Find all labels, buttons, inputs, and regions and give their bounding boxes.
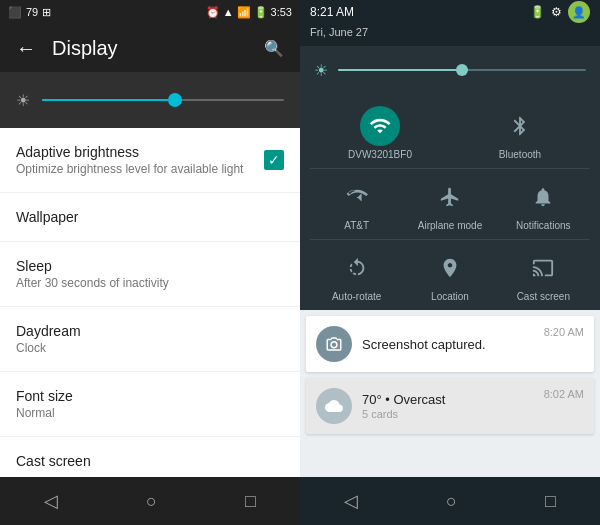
brightness-thumb-right bbox=[456, 64, 468, 76]
sun-icon: ☀ bbox=[16, 91, 30, 110]
screenshot-notif-content: Screenshot captured. bbox=[362, 337, 534, 352]
weather-notif-time: 8:02 AM bbox=[544, 388, 584, 400]
att-label: AT&T bbox=[344, 220, 369, 231]
brightness-thumb bbox=[168, 93, 182, 107]
avatar[interactable]: 👤 bbox=[568, 1, 590, 23]
nav-recent-left[interactable]: □ bbox=[245, 491, 256, 512]
bluetooth-label: Bluetooth bbox=[499, 149, 541, 160]
nav-back-left[interactable]: ◁ bbox=[44, 490, 58, 512]
time-right: 8:21 AM bbox=[310, 5, 354, 19]
adaptive-brightness-checkbox[interactable]: ✓ bbox=[264, 150, 284, 170]
screenshot-notif-time: 8:20 AM bbox=[544, 326, 584, 338]
avatar-image: 👤 bbox=[572, 6, 586, 19]
date-row: Fri, June 27 bbox=[300, 24, 600, 46]
wifi-icon-status: ▲ bbox=[223, 6, 234, 18]
back-button[interactable]: ← bbox=[16, 37, 36, 60]
screenshot-icon bbox=[316, 326, 352, 362]
toggle-row-2: AT&T Airplane mode Notifications bbox=[300, 173, 600, 235]
brightness-control-left: ☀ bbox=[0, 72, 300, 128]
location-label: Location bbox=[431, 291, 469, 302]
bluetooth-toggle-icon bbox=[500, 106, 540, 146]
sun-icon-right: ☀ bbox=[314, 61, 328, 80]
toggle-cast[interactable]: Cast screen bbox=[508, 248, 578, 302]
brightness-fill bbox=[42, 99, 175, 101]
notifications-toggle-icon bbox=[523, 177, 563, 217]
toggle-airplane[interactable]: Airplane mode bbox=[415, 177, 485, 231]
sleep-subtitle: After 30 seconds of inactivity bbox=[16, 276, 169, 290]
search-button[interactable]: 🔍 bbox=[264, 39, 284, 58]
notif-card-weather[interactable]: 70° • Overcast 5 cards 8:02 AM bbox=[306, 378, 594, 434]
toggle-row-1: DVW3201BF0 Bluetooth bbox=[300, 102, 600, 164]
toggle-location[interactable]: Location bbox=[415, 248, 485, 302]
toggle-wifi[interactable]: DVW3201BF0 bbox=[345, 106, 415, 160]
settings-item-sleep[interactable]: Sleep After 30 seconds of inactivity bbox=[0, 242, 300, 307]
app-icon: ⬛ bbox=[8, 6, 22, 19]
autorotate-label: Auto-rotate bbox=[332, 291, 381, 302]
brightness-slider-right[interactable] bbox=[338, 69, 586, 71]
nav-recent-right[interactable]: □ bbox=[545, 491, 556, 512]
settings-item-wallpaper[interactable]: Wallpaper bbox=[0, 193, 300, 242]
divider-1 bbox=[310, 168, 590, 169]
adaptive-brightness-subtitle: Optimize brightness level for available … bbox=[16, 162, 243, 176]
gear-icon[interactable]: ⚙ bbox=[551, 5, 562, 19]
alarm-icon: ⏰ bbox=[206, 6, 220, 19]
page-title: Display bbox=[52, 37, 248, 60]
battery-icon-status: 🔋 bbox=[254, 6, 268, 19]
adaptive-brightness-title: Adaptive brightness bbox=[16, 144, 243, 160]
battery-icon-right: 🔋 bbox=[530, 5, 545, 19]
font-size-subtitle: Normal bbox=[16, 406, 73, 420]
nav-bar-left: ◁ ○ □ bbox=[0, 477, 300, 525]
toggle-bluetooth[interactable]: Bluetooth bbox=[485, 106, 555, 160]
airplane-label: Airplane mode bbox=[418, 220, 482, 231]
notifications-label: Notifications bbox=[516, 220, 570, 231]
toolbar-left: ← Display 🔍 bbox=[0, 24, 300, 72]
notifications-area: Screenshot captured. 8:20 AM 70° • Overc… bbox=[300, 310, 600, 477]
settings-item-font-size[interactable]: Font size Normal bbox=[0, 372, 300, 437]
sleep-title: Sleep bbox=[16, 258, 169, 274]
divider-2 bbox=[310, 239, 590, 240]
wallpaper-title: Wallpaper bbox=[16, 209, 79, 225]
autorotate-toggle-icon bbox=[337, 248, 377, 288]
settings-list: Adaptive brightness Optimize brightness … bbox=[0, 128, 300, 477]
nav-back-right[interactable]: ◁ bbox=[344, 490, 358, 512]
date-display: Fri, June 27 bbox=[310, 26, 368, 38]
nav-home-left[interactable]: ○ bbox=[146, 491, 157, 512]
nav-bar-right: ◁ ○ □ bbox=[300, 477, 600, 525]
cast-screen-title: Cast screen bbox=[16, 453, 91, 469]
weather-notif-subtitle: 5 cards bbox=[362, 408, 534, 420]
settings-item-cast-screen[interactable]: Cast screen bbox=[0, 437, 300, 477]
quick-toggles: DVW3201BF0 Bluetooth AT&T bbox=[300, 94, 600, 310]
weather-icon bbox=[316, 388, 352, 424]
signal-icon-status: 📶 bbox=[237, 6, 251, 19]
brightness-control-right: ☀ bbox=[300, 46, 600, 94]
settings-item-daydream[interactable]: Daydream Clock bbox=[0, 307, 300, 372]
font-size-title: Font size bbox=[16, 388, 73, 404]
status-left-icons: ⬛ 79 ⊞ bbox=[8, 6, 51, 19]
time-display: 3:53 bbox=[271, 6, 292, 18]
airplane-toggle-icon bbox=[430, 177, 470, 217]
brightness-fill-right bbox=[338, 69, 462, 71]
brightness-slider[interactable] bbox=[42, 99, 284, 101]
status-bar-right: 8:21 AM 🔋 ⚙ 👤 bbox=[300, 0, 600, 24]
nav-home-right[interactable]: ○ bbox=[446, 491, 457, 512]
toggle-autorotate[interactable]: Auto-rotate bbox=[322, 248, 392, 302]
toggle-notifications[interactable]: Notifications bbox=[508, 177, 578, 231]
toggle-signal[interactable]: AT&T bbox=[322, 177, 392, 231]
wifi-label: DVW3201BF0 bbox=[348, 149, 412, 160]
daydream-title: Daydream bbox=[16, 323, 81, 339]
toggle-row-3: Auto-rotate Location Cast screen bbox=[300, 244, 600, 306]
layers-icon: ⊞ bbox=[42, 6, 51, 19]
status-bar-left: ⬛ 79 ⊞ ⏰ ▲ 📶 🔋 3:53 bbox=[0, 0, 300, 24]
screenshot-notif-title: Screenshot captured. bbox=[362, 337, 534, 352]
status-icons-right: 🔋 ⚙ 👤 bbox=[530, 1, 590, 23]
location-toggle-icon bbox=[430, 248, 470, 288]
weather-notif-content: 70° • Overcast 5 cards bbox=[362, 392, 534, 420]
status-right-icons-left: ⏰ ▲ 📶 🔋 3:53 bbox=[206, 6, 292, 19]
cast-label: Cast screen bbox=[517, 291, 570, 302]
notif-card-screenshot[interactable]: Screenshot captured. 8:20 AM bbox=[306, 316, 594, 372]
battery-text: 79 bbox=[26, 6, 38, 18]
weather-notif-title: 70° • Overcast bbox=[362, 392, 534, 407]
daydream-subtitle: Clock bbox=[16, 341, 81, 355]
cast-toggle-icon bbox=[523, 248, 563, 288]
settings-item-adaptive-brightness[interactable]: Adaptive brightness Optimize brightness … bbox=[0, 128, 300, 193]
